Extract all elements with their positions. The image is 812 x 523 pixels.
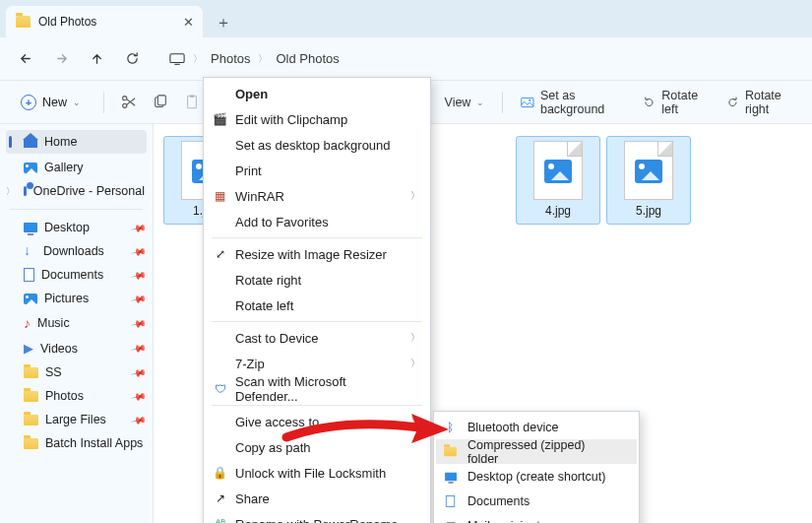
copy-icon (153, 95, 168, 110)
menu-item-winrar[interactable]: ▦WinRAR〉 (206, 183, 428, 209)
navigation-pane: Home Gallery 〉 OneDrive - Personal Deskt… (0, 124, 154, 523)
close-tab-icon[interactable]: ✕ (181, 15, 195, 29)
file-item[interactable]: 5.jpg (606, 136, 691, 225)
svg-rect-5 (188, 96, 197, 107)
sidebar-item-label: Photos (45, 389, 84, 403)
menu-item-cast[interactable]: Cast to Device〉 (206, 325, 428, 351)
sidebar-item-pictures[interactable]: Pictures 📌 (0, 287, 153, 310)
pin-icon: 📌 (131, 315, 147, 331)
menu-item-rename-powerrename[interactable]: ᴬᴮRename with PowerRename (206, 511, 428, 523)
menu-item-clipchamp[interactable]: 🎬Edit with Clipchamp (206, 106, 428, 132)
sidebar-item-ss[interactable]: SS 📌 (0, 360, 153, 384)
separator (212, 237, 422, 238)
menu-item-rotate-left[interactable]: Rotate left (206, 293, 428, 318)
sendto-documents[interactable]: Documents (436, 489, 637, 513)
separator (103, 92, 104, 113)
menu-item-7zip[interactable]: 7-Zip〉 (206, 351, 428, 376)
folder-icon (24, 391, 38, 402)
cut-button[interactable] (116, 88, 141, 117)
menu-label: Share (235, 491, 270, 506)
menu-item-share[interactable]: ↗Share (206, 486, 428, 511)
tab-title: Old Photos (38, 15, 173, 29)
sidebar-item-label: Batch Install Apps (45, 436, 143, 450)
rotate-right-button[interactable]: Rotate right (720, 85, 802, 120)
sidebar-item-desktop[interactable]: Desktop 📌 (0, 216, 153, 239)
chevron-right-icon: 〉 (410, 189, 420, 203)
pictures-icon (24, 294, 37, 304)
menu-item-copy-path[interactable]: Copy as path (206, 434, 428, 460)
sidebar-item-downloads[interactable]: Downloads 📌 (0, 239, 153, 263)
document-icon (442, 492, 459, 509)
up-button[interactable] (81, 43, 112, 75)
sidebar-item-onedrive[interactable]: 〉 OneDrive - Personal (0, 179, 153, 203)
menu-item-rotate-right[interactable]: Rotate right (206, 267, 428, 293)
sidebar-item-large-files[interactable]: Large Files 📌 (0, 408, 153, 431)
arrow-right-icon (54, 51, 69, 66)
breadcrumb[interactable]: 〉 Photos 〉 Old Photos (169, 51, 340, 66)
view-dropdown[interactable]: View ⌄ (439, 92, 491, 113)
rotate-left-button[interactable]: Rotate left (637, 85, 713, 120)
window-tab[interactable]: Old Photos ✕ (6, 6, 203, 37)
sendto-mail[interactable]: ✉Mail recipient (436, 513, 637, 523)
sidebar-item-photos[interactable]: Photos 📌 (0, 384, 153, 408)
sidebar-item-label: Downloads (43, 244, 104, 258)
folder-icon (16, 16, 31, 28)
menu-item-add-favorites[interactable]: Add to Favorites (206, 209, 428, 234)
menu-item-resize[interactable]: ⤢Resize with Image Resizer (206, 241, 428, 267)
set-background-button[interactable]: Set as background (515, 85, 629, 120)
sendto-submenu: ᛒBluetooth device Compressed (zipped) fo… (433, 411, 640, 523)
copy-button[interactable] (148, 88, 172, 117)
separator (212, 405, 422, 406)
menu-item-set-desktop-bg[interactable]: Set as desktop background (206, 132, 428, 158)
menu-item-open[interactable]: Open (206, 81, 428, 106)
paste-button[interactable] (180, 88, 205, 117)
sendto-desktop-shortcut[interactable]: Desktop (create shortcut) (436, 464, 637, 489)
file-item[interactable]: 4.jpg (516, 136, 600, 225)
svg-point-1 (122, 103, 126, 107)
new-tab-button[interactable]: ＋ (209, 8, 238, 37)
menu-item-unlock[interactable]: 🔒Unlock with File Locksmith (206, 460, 428, 486)
sidebar-item-label: Music (37, 316, 70, 330)
download-icon (24, 245, 36, 258)
arrow-left-icon (19, 51, 33, 66)
new-button[interactable]: + New ⌄ (10, 89, 92, 116)
gallery-icon (24, 163, 37, 173)
refresh-button[interactable] (116, 43, 148, 75)
breadcrumb-segment[interactable]: Photos (211, 51, 250, 66)
titlebar: Old Photos ✕ ＋ (0, 0, 812, 37)
bluetooth-icon: ᛒ (442, 419, 459, 435)
svg-rect-0 (170, 53, 184, 62)
svg-point-2 (122, 97, 126, 100)
forward-button[interactable] (45, 43, 77, 75)
menu-label: Desktop (create shortcut) (468, 470, 605, 484)
menu-label: WinRAR (235, 189, 284, 204)
menu-label: Print (235, 163, 262, 178)
share-icon: ↗ (212, 490, 228, 507)
view-label: View (445, 96, 471, 109)
sidebar-item-label: Pictures (44, 292, 89, 305)
rename-icon: ᴬᴮ (212, 516, 228, 524)
breadcrumb-segment[interactable]: Old Photos (276, 51, 339, 66)
sendto-bluetooth[interactable]: ᛒBluetooth device (436, 415, 637, 439)
sidebar-item-gallery[interactable]: Gallery (0, 156, 153, 179)
sidebar-item-documents[interactable]: Documents 📌 (0, 263, 153, 287)
svg-rect-4 (157, 95, 165, 104)
chevron-down-icon: ⌄ (73, 98, 81, 107)
music-icon: ♪ (24, 315, 31, 331)
sidebar-item-music[interactable]: ♪ Music 📌 (0, 310, 153, 336)
menu-item-defender[interactable]: 🛡Scan with Microsoft Defender... (206, 376, 428, 402)
sidebar-item-label: Large Files (45, 413, 106, 426)
background-icon (521, 96, 534, 109)
menu-item-give-access[interactable]: Give access to〉 (206, 409, 428, 434)
menu-item-print[interactable]: Print (206, 158, 428, 183)
back-button[interactable] (10, 43, 41, 75)
chevron-right-icon[interactable]: 〉 (6, 185, 15, 198)
sidebar-item-home[interactable]: Home (6, 130, 147, 154)
sidebar-item-batch-install[interactable]: Batch Install Apps (0, 431, 153, 455)
separator (10, 209, 143, 210)
file-name: 4.jpg (519, 204, 597, 218)
menu-label: Add to Favorites (235, 215, 329, 229)
pin-icon: 📌 (131, 341, 147, 357)
sendto-compressed-folder[interactable]: Compressed (zipped) folder (436, 439, 637, 464)
sidebar-item-videos[interactable]: ▶ Videos 📌 (0, 336, 153, 360)
